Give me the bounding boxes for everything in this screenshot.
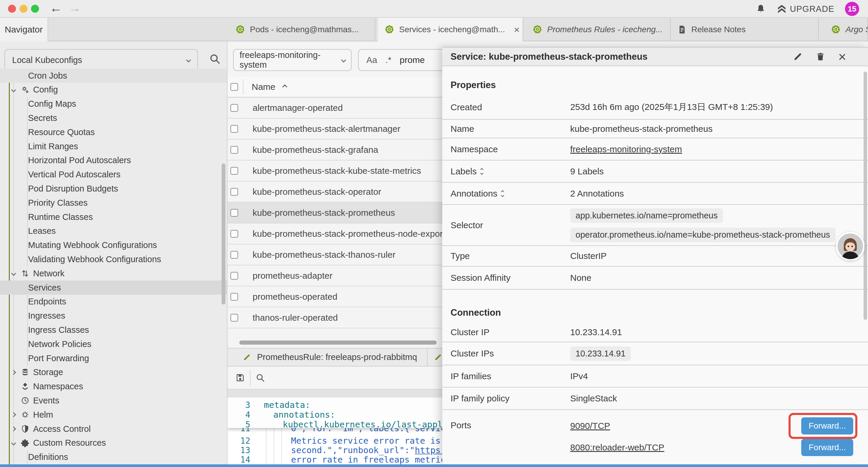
sort-ascending-icon[interactable] bbox=[282, 85, 287, 90]
sidebar-item-cron-jobs[interactable]: Cron Jobs bbox=[0, 68, 227, 83]
row-checkbox[interactable] bbox=[230, 272, 238, 280]
sidebar-item-config-maps[interactable]: Config Maps bbox=[0, 97, 227, 111]
tab-prometheus-rules-icecheng[interactable]: Prometheus Rules - icecheng... bbox=[526, 18, 671, 41]
sidebar-item-priority-classes[interactable]: Priority Classes bbox=[0, 196, 227, 210]
tab-release-notes[interactable]: Release Notes bbox=[671, 18, 819, 41]
sidebar-item-port-forwarding[interactable]: Port Forwarding bbox=[0, 351, 227, 365]
sidebar-item-access-control[interactable]: Access Control bbox=[0, 422, 227, 436]
sidebar-item-custom-resources[interactable]: Custom Resources bbox=[0, 436, 227, 450]
sidebar-item-limit-ranges[interactable]: Limit Ranges bbox=[0, 139, 227, 153]
second-editor-tab[interactable] bbox=[428, 348, 442, 366]
table-row[interactable]: kube-prometheus-stack-grafana bbox=[227, 140, 442, 160]
table-header[interactable]: Name bbox=[227, 77, 442, 97]
sidebar-item-resource-quotas[interactable]: Resource Quotas bbox=[0, 125, 227, 139]
sidebar-item-network[interactable]: Network bbox=[0, 266, 227, 281]
select-all-checkbox[interactable] bbox=[230, 83, 238, 91]
sidebar-item-endpoints[interactable]: Endpoints bbox=[0, 295, 227, 309]
row-checkbox[interactable] bbox=[230, 146, 238, 154]
sidebar-item-runtime-classes[interactable]: Runtime Classes bbox=[0, 210, 227, 224]
navigator-panel-tab[interactable]: Navigator bbox=[0, 18, 48, 41]
row-checkbox[interactable] bbox=[230, 104, 238, 112]
upgrade-button[interactable]: UPGRADE bbox=[776, 4, 834, 14]
close-icon[interactable]: × bbox=[838, 50, 846, 63]
table-row[interactable]: thanos-ruler-operated bbox=[227, 308, 442, 328]
close-window-button[interactable] bbox=[8, 5, 16, 13]
back-icon[interactable]: ← bbox=[50, 0, 62, 17]
sidebar-item-validating-webhook-configurations[interactable]: Validating Webhook Configurations bbox=[0, 252, 227, 266]
sidebar-item-pod-disruption-budgets[interactable]: Pod Disruption Budgets bbox=[0, 181, 227, 196]
delete-trash-icon[interactable] bbox=[816, 52, 825, 62]
sort-toggle-icon[interactable] bbox=[501, 191, 504, 197]
sidebar-item-helm[interactable]: Helm bbox=[0, 408, 227, 422]
row-checkbox[interactable] bbox=[230, 251, 238, 259]
row-checkbox[interactable] bbox=[230, 167, 238, 175]
maximize-window-button[interactable] bbox=[31, 5, 39, 13]
sidebar-item-storage[interactable]: Storage bbox=[0, 365, 227, 380]
table-row[interactable]: prometheus-operated bbox=[227, 286, 442, 308]
edit-pencil-icon[interactable] bbox=[793, 52, 803, 62]
sidebar-item-leases[interactable]: Leases bbox=[0, 224, 227, 238]
forward-icon[interactable]: → bbox=[68, 0, 81, 17]
tab-pods-icecheng-mathmas[interactable]: Pods - icecheng@mathmas... bbox=[229, 18, 375, 41]
table-row[interactable]: kube-prometheus-stack-prometheus-node-ex… bbox=[227, 224, 442, 244]
row-checkbox[interactable] bbox=[230, 293, 238, 300]
sidebar-item-vertical-pod-autoscalers[interactable]: Vertical Pod Autoscalers bbox=[0, 168, 227, 182]
namespace-link[interactable]: freeleaps-monitoring-system bbox=[570, 144, 682, 154]
save-icon[interactable] bbox=[235, 373, 245, 383]
table-row[interactable]: kube-prometheus-stack-thanos-ruler bbox=[227, 244, 442, 265]
horizontal-scrollbar[interactable] bbox=[239, 341, 437, 345]
sidebar-item-network-policies[interactable]: Network Policies bbox=[0, 337, 227, 351]
port-link[interactable]: 8080:reloader-web/TCP bbox=[570, 442, 664, 453]
bell-icon[interactable] bbox=[756, 4, 766, 14]
chevron-down-icon[interactable] bbox=[11, 87, 16, 92]
chevron-down-icon[interactable] bbox=[11, 440, 16, 445]
sidebar-item-events[interactable]: Events bbox=[0, 393, 227, 408]
chevron-down-icon[interactable] bbox=[11, 271, 16, 276]
case-sensitive-toggle[interactable]: Aa bbox=[366, 55, 377, 65]
table-row[interactable]: kube-prometheus-stack-operator bbox=[227, 181, 442, 202]
notification-count-badge[interactable]: 15 bbox=[845, 2, 859, 16]
table-row[interactable]: prometheus-adapter bbox=[227, 265, 442, 286]
table-row[interactable]: kube-prometheus-stack-prometheus bbox=[227, 202, 442, 224]
sidebar-item-namespaces[interactable]: Namespaces bbox=[0, 380, 227, 394]
forward-button[interactable]: Forward... bbox=[801, 439, 853, 456]
sidebar-item-ingress-classes[interactable]: Ingress Classes bbox=[0, 323, 227, 337]
row-checkbox[interactable] bbox=[230, 230, 238, 238]
prometheusrule-editor-tab[interactable]: PrometheusRule: freeleaps-prod-rabbitmq bbox=[227, 348, 428, 366]
service-name: kube-prometheus-stack-prometheus-node-ex… bbox=[253, 229, 442, 239]
search-icon[interactable] bbox=[209, 53, 221, 65]
table-row[interactable]: alertmanager-operated bbox=[227, 97, 442, 119]
chevron-right-icon[interactable] bbox=[11, 412, 16, 417]
sidebar-item-mutating-webhook-configurations[interactable]: Mutating Webhook Configurations bbox=[0, 238, 227, 253]
regex-toggle[interactable]: .* bbox=[385, 55, 392, 65]
drawer-scrollbar[interactable] bbox=[864, 71, 867, 320]
close-tab-icon[interactable]: × bbox=[514, 24, 520, 35]
row-checkbox[interactable] bbox=[230, 314, 238, 322]
sidebar-item-config[interactable]: Config bbox=[0, 83, 227, 97]
editor-line: 12Metrics service error rate is {{ $va bbox=[227, 436, 442, 446]
row-checkbox[interactable] bbox=[230, 188, 238, 196]
sidebar-scrollbar[interactable] bbox=[222, 164, 225, 304]
sort-toggle-icon[interactable] bbox=[481, 169, 483, 174]
editor-search-icon[interactable] bbox=[255, 373, 265, 383]
name-column-header[interactable]: Name bbox=[252, 82, 275, 92]
sidebar-item-horizontal-pod-autoscalers[interactable]: Horizontal Pod Autoscalers bbox=[0, 153, 227, 168]
sidebar-item-definitions[interactable]: Definitions bbox=[0, 450, 227, 464]
sidebar-item-services[interactable]: Services bbox=[0, 281, 227, 295]
port-link[interactable]: 9090/TCP bbox=[570, 421, 610, 431]
tab-services-icecheng-math[interactable]: Services - icecheng@math...× bbox=[378, 18, 523, 41]
chevron-right-icon[interactable] bbox=[11, 370, 16, 375]
kubeconfig-select[interactable]: Local Kubeconfigs bbox=[4, 49, 198, 71]
sidebar-item-secrets[interactable]: Secrets bbox=[0, 111, 227, 125]
sidebar-item-ingresses[interactable]: Ingresses bbox=[0, 309, 227, 323]
yaml-editor[interactable]: 110", for: "1m", labels:{ service:12Metr… bbox=[227, 398, 442, 465]
row-checkbox[interactable] bbox=[230, 125, 238, 133]
namespace-filter-select[interactable]: freeleaps-monitoring-system bbox=[233, 49, 351, 71]
minimize-window-button[interactable] bbox=[20, 5, 28, 13]
table-row[interactable]: kube-prometheus-stack-kube-state-metrics bbox=[227, 160, 442, 181]
tab-argo-se[interactable]: Argo Se bbox=[824, 18, 868, 41]
chevron-right-icon[interactable] bbox=[11, 427, 16, 432]
assistant-avatar[interactable] bbox=[836, 232, 864, 260]
row-checkbox[interactable] bbox=[230, 209, 238, 217]
table-row[interactable]: kube-prometheus-stack-alertmanager bbox=[227, 119, 442, 140]
